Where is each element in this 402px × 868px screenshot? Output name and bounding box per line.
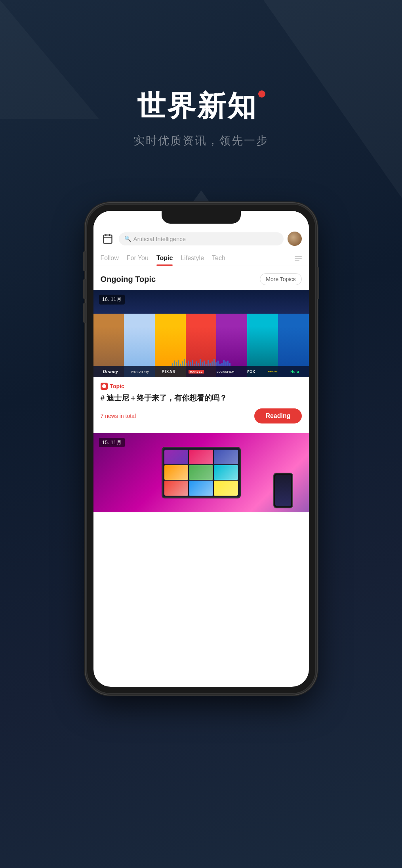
wave-bar <box>210 363 211 366</box>
topic-icon <box>101 383 108 390</box>
phone-notch <box>162 211 241 224</box>
search-icon: 🔍 <box>124 236 131 242</box>
wave-bar <box>211 361 213 366</box>
waveform <box>93 358 309 366</box>
avatar[interactable] <box>288 232 302 246</box>
phone-screen: 🔍 Artificial Intelligence Follow For You… <box>93 211 309 687</box>
monitor-cell-9 <box>214 481 238 495</box>
wave-bar <box>213 359 215 366</box>
topic-card-2: 15. 11月 <box>93 433 309 512</box>
card-1-image: Disney Walt Disney PIXAR MARVEL LUCASFIL… <box>93 290 309 377</box>
wave-bar <box>192 360 193 366</box>
card-1-date-badge: 16. 11月 <box>99 295 125 305</box>
more-topics-button[interactable]: More Topics <box>260 273 301 285</box>
card-2-overlay <box>93 433 309 512</box>
monitor-shape <box>162 447 241 498</box>
wave-bar <box>178 360 179 366</box>
news-count: 7 news in total <box>101 413 136 419</box>
nav-tabs: Follow For You Topic Lifestyle Tech <box>93 251 309 266</box>
disney-logo: Disney <box>103 369 118 374</box>
wave-bar <box>186 363 187 366</box>
wave-bar <box>190 362 191 366</box>
tab-for-you[interactable]: For You <box>127 251 149 266</box>
monitor-cell-5 <box>189 465 213 480</box>
monitor-cell-8 <box>189 481 213 495</box>
card-1-body: Topic # 迪士尼＋终于来了，有你想看的吗？ 7 news in total… <box>93 377 309 429</box>
waltdisney-logo: Walt Disney <box>131 370 149 373</box>
card-1-headline: # 迪士尼＋终于来了，有你想看的吗？ <box>101 393 302 404</box>
menu-icon[interactable] <box>295 256 302 261</box>
disney-logos-bar: Disney Walt Disney PIXAR MARVEL LUCASFIL… <box>93 366 309 377</box>
monitor-cell-2 <box>189 450 213 464</box>
wave-bar <box>215 362 217 366</box>
app-title: 世界新知 <box>137 87 265 125</box>
monitor-cell-4 <box>164 465 189 480</box>
section-header: Ongoing Topic More Topics <box>93 266 309 290</box>
tab-tech[interactable]: Tech <box>212 251 225 266</box>
menu-line-2 <box>295 258 302 259</box>
phone-mockup: 🔍 Artificial Intelligence Follow For You… <box>86 204 316 694</box>
menu-line-3 <box>295 260 299 261</box>
wave-bar <box>223 360 225 366</box>
search-bar[interactable]: 🔍 Artificial Intelligence <box>119 232 284 245</box>
lucasfilm-logo: LUCASFILM <box>217 370 234 373</box>
marvel-logo: MARVEL <box>189 370 204 374</box>
wave-bar <box>188 360 189 366</box>
avatar-image <box>288 232 302 246</box>
svg-rect-0 <box>103 235 112 243</box>
monitor-cell-3 <box>214 450 238 464</box>
wave-bar <box>208 360 209 366</box>
search-input-text: Artificial Intelligence <box>133 236 186 242</box>
wave-bar <box>217 360 219 366</box>
reading-button[interactable]: Reading <box>254 408 301 423</box>
hulu-logo: Hulu <box>290 370 299 374</box>
wave-bar <box>225 361 227 366</box>
topic-card-1: Disney Walt Disney PIXAR MARVEL LUCASFIL… <box>93 290 309 429</box>
phone-small <box>273 473 293 508</box>
section-title: Ongoing Topic <box>101 275 156 284</box>
wave-bar <box>176 362 177 366</box>
card-2-image: 15. 11月 <box>93 433 309 512</box>
calendar-icon[interactable] <box>101 232 115 246</box>
monitor-screen <box>164 450 238 496</box>
wave-bar <box>198 363 199 366</box>
wave-bar <box>172 363 173 366</box>
title-dot-icon <box>258 90 265 98</box>
hero-section: 世界新知 实时优质资讯，领先一步 <box>0 0 402 180</box>
app-content: 🔍 Artificial Intelligence Follow For You… <box>93 211 309 687</box>
phone-small-screen <box>275 475 291 506</box>
wave-bar <box>184 359 185 366</box>
natgeo-logo: NatGeo <box>268 370 278 373</box>
wave-bar <box>182 361 183 366</box>
monitor-cell-6 <box>214 465 238 480</box>
wave-bar <box>227 360 229 366</box>
topic-label-row: Topic <box>101 383 302 390</box>
tab-lifestyle[interactable]: Lifestyle <box>181 251 204 266</box>
fox-logo: FOX <box>247 370 255 374</box>
wave-bar <box>174 360 175 366</box>
wave-bar <box>204 360 205 366</box>
tab-follow[interactable]: Follow <box>101 251 119 266</box>
wave-bar <box>200 359 201 366</box>
app-subtitle: 实时优质资讯，领先一步 <box>0 133 402 148</box>
menu-line-1 <box>295 256 302 257</box>
monitor-cell-7 <box>164 481 189 495</box>
wave-bar <box>221 363 223 366</box>
topic-label-text: Topic <box>110 383 124 389</box>
tab-topic[interactable]: Topic <box>156 251 173 266</box>
wave-bar <box>196 361 197 366</box>
phone-mockup-container: 🔍 Artificial Intelligence Follow For You… <box>0 204 402 694</box>
pixar-logo: PIXAR <box>162 370 176 374</box>
app-title-text: 世界新知 <box>137 87 257 125</box>
wave-bar <box>202 362 203 366</box>
monitor-cell-1 <box>164 450 189 464</box>
wave-bar <box>229 363 231 366</box>
nav-more[interactable] <box>295 256 302 261</box>
card-1-footer: 7 news in total Reading <box>101 408 302 423</box>
topic-icon-inner <box>102 384 106 388</box>
